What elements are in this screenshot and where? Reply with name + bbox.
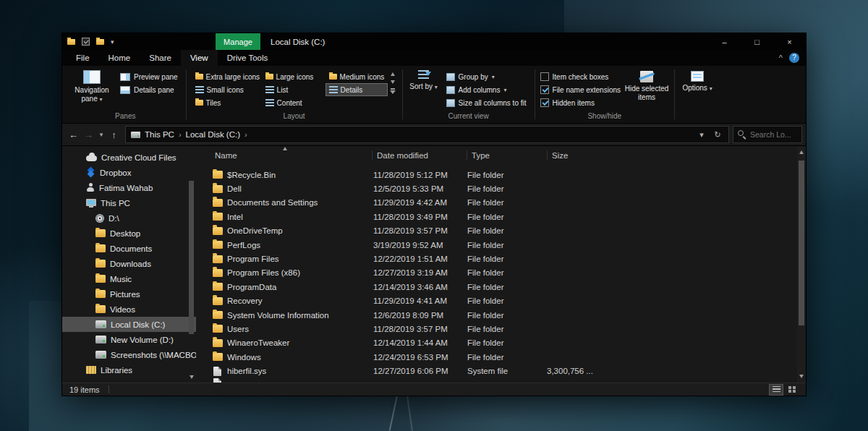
recent-locations-chevron-icon[interactable]: ▾ [96, 131, 106, 138]
large-icons-option[interactable]: Large icons [262, 70, 326, 83]
scroll-down-icon[interactable] [799, 375, 804, 378]
refresh-icon[interactable]: ↻ [712, 130, 723, 140]
details-pane-button[interactable]: Details pane [117, 83, 181, 96]
add-columns-button[interactable]: Add columns ▾ [443, 83, 529, 96]
sidebar-item[interactable]: Desktop [62, 226, 196, 241]
sidebar-item[interactable]: Screenshots (\\MACBOOK [62, 347, 196, 362]
gallery-scroll-down-icon[interactable] [391, 80, 395, 84]
breadcrumb-this-pc[interactable]: This PC [145, 130, 174, 139]
file-row[interactable]: Users 11/28/2019 3:57 PM File folder [196, 322, 806, 336]
sidebar-item[interactable]: Videos [62, 302, 196, 317]
sidebar-item[interactable]: Libraries [62, 362, 196, 377]
scroll-up-icon[interactable] [799, 150, 804, 154]
hidden-items-checkbox[interactable]: Hidden items [540, 96, 621, 109]
sidebar-item[interactable]: Local Disk (C:) [62, 317, 196, 332]
column-header-name[interactable]: Name [196, 151, 372, 160]
partially-visible-file-row[interactable] [196, 378, 806, 383]
explorer-app-icon[interactable] [67, 39, 75, 45]
file-row[interactable]: Dell 12/5/2019 5:33 PM File folder [196, 182, 806, 195]
breadcrumb-separator-icon[interactable]: › [179, 130, 182, 139]
file-row[interactable]: ProgramData 12/14/2019 3:46 AM File fold… [196, 280, 806, 294]
qat-new-folder-icon[interactable] [96, 39, 104, 45]
tab-view[interactable]: View [181, 50, 218, 66]
maximize-button[interactable]: □ [741, 33, 773, 50]
file-row[interactable]: Intel 11/28/2019 3:49 PM File folder [196, 210, 806, 223]
manage-contextual-tab[interactable]: Manage [216, 33, 260, 50]
size-all-columns-button[interactable]: Size all columns to fit [443, 96, 529, 109]
add-columns-label: Add columns [459, 86, 501, 94]
list-option[interactable]: List [262, 83, 326, 96]
search-input[interactable] [750, 130, 797, 139]
file-row[interactable]: OneDriveTemp 11/28/2019 3:57 PM File fol… [196, 224, 806, 238]
file-row[interactable]: WinaeroTweaker 12/14/2019 1:44 AM File f… [196, 336, 806, 350]
help-icon[interactable]: ? [789, 53, 799, 63]
details-option[interactable]: Details [326, 83, 388, 96]
group-by-button[interactable]: Group by ▾ [443, 70, 529, 83]
tab-drive-tools[interactable]: Drive Tools [218, 50, 278, 66]
qat-properties-icon[interactable] [82, 38, 90, 46]
file-row[interactable]: Program Files 12/22/2019 1:51 AM File fo… [196, 252, 806, 265]
file-row[interactable]: hiberfil.sys 12/27/2019 6:06 PM System f… [196, 364, 806, 377]
file-row[interactable]: PerfLogs 3/19/2019 9:52 AM File folder [196, 238, 806, 252]
sidebar-item[interactable]: Music [62, 271, 196, 286]
back-button[interactable]: ← [66, 129, 81, 140]
tab-home[interactable]: Home [99, 50, 140, 66]
sidebar-item[interactable]: Creative Cloud Files [62, 150, 196, 165]
options-button[interactable]: Options ▾ [680, 69, 715, 111]
sidebar-item[interactable]: Dropbox [62, 165, 196, 180]
sidebar-item[interactable]: D:\ [62, 210, 196, 226]
file-row[interactable]: $Recycle.Bin 11/28/2019 5:12 PM File fol… [196, 168, 806, 182]
file-row[interactable]: Documents and Settings 11/29/2019 4:42 A… [196, 196, 806, 210]
sidebar-item[interactable]: New Volume (D:) [62, 332, 196, 347]
medium-icons-option[interactable]: Medium icons [326, 70, 388, 83]
sidebar-scrollbar-thumb[interactable] [189, 181, 194, 334]
small-icons-option[interactable]: Small icons [192, 83, 262, 96]
sidebar-item[interactable]: Downloads [62, 256, 196, 271]
close-button[interactable]: × [773, 33, 806, 50]
column-header-type[interactable]: Type [467, 151, 547, 160]
file-list-scrollbar[interactable] [797, 146, 806, 383]
file-name-extensions-checkbox[interactable]: File name extensions [540, 83, 621, 96]
file-row[interactable]: Program Files (x86) 12/27/2019 3:19 AM F… [196, 266, 806, 280]
details-view-toggle-button[interactable] [770, 385, 783, 395]
breadcrumb-local-disk-c[interactable]: Local Disk (C:) [186, 130, 240, 139]
search-box[interactable] [733, 126, 802, 143]
location-drive-icon [131, 132, 140, 138]
content-option[interactable]: Content [262, 96, 326, 109]
sidebar-item-icon [95, 305, 106, 313]
tiles-option[interactable]: Tiles [192, 96, 262, 109]
preview-pane-button[interactable]: Preview pane [117, 70, 181, 83]
extra-large-icons-option[interactable]: Extra large icons [192, 70, 262, 83]
scrollbar-thumb[interactable] [799, 161, 804, 325]
sort-by-button[interactable]: Sort by ▾ [408, 69, 440, 111]
sidebar-item[interactable]: Fatima Wahab [62, 180, 196, 195]
file-row[interactable]: System Volume Information 12/6/2019 8:09… [196, 308, 806, 322]
address-bar[interactable]: This PC › Local Disk (C:) › ▾ ↻ [125, 126, 729, 143]
gallery-more-icon[interactable] [390, 88, 396, 94]
minimize-button[interactable]: – [708, 33, 741, 50]
sidebar-item-icon [95, 244, 106, 252]
tab-share[interactable]: Share [140, 50, 181, 66]
forward-button[interactable]: → [81, 129, 96, 140]
file-row[interactable]: Windows 12/24/2019 6:53 PM File folder [196, 350, 806, 364]
checkbox-checked-icon [540, 85, 549, 94]
qat-customize-chevron-icon[interactable]: ▾ [111, 38, 114, 46]
item-check-boxes-checkbox[interactable]: Item check boxes [540, 70, 621, 83]
column-header-size[interactable]: Size [548, 151, 603, 160]
sidebar-item[interactable]: This PC [62, 195, 196, 210]
up-button[interactable]: ↑ [106, 129, 122, 140]
titlebar[interactable]: ▾ Manage Local Disk (C:) – □ × [62, 33, 806, 50]
sidebar-scroll-down-icon[interactable] [190, 375, 194, 379]
file-row[interactable]: Recovery 11/29/2019 4:41 AM File folder [196, 294, 806, 308]
gallery-scroll-up-icon[interactable] [391, 72, 395, 76]
thumbnail-view-toggle-button[interactable] [786, 385, 799, 395]
tab-file[interactable]: File [67, 50, 99, 66]
navigation-pane-button[interactable]: Navigation pane ▾ [70, 69, 114, 111]
hide-selected-items-button[interactable]: Hide selected items [624, 69, 669, 111]
column-header-date-modified[interactable]: Date modified [373, 151, 467, 160]
collapse-ribbon-icon[interactable]: ^ [779, 54, 783, 62]
breadcrumb-separator-icon[interactable]: › [244, 130, 247, 139]
address-dropdown-chevron-icon[interactable]: ▾ [696, 130, 707, 140]
sidebar-item[interactable]: Documents [62, 241, 196, 256]
sidebar-item[interactable]: Pictures [62, 286, 196, 302]
